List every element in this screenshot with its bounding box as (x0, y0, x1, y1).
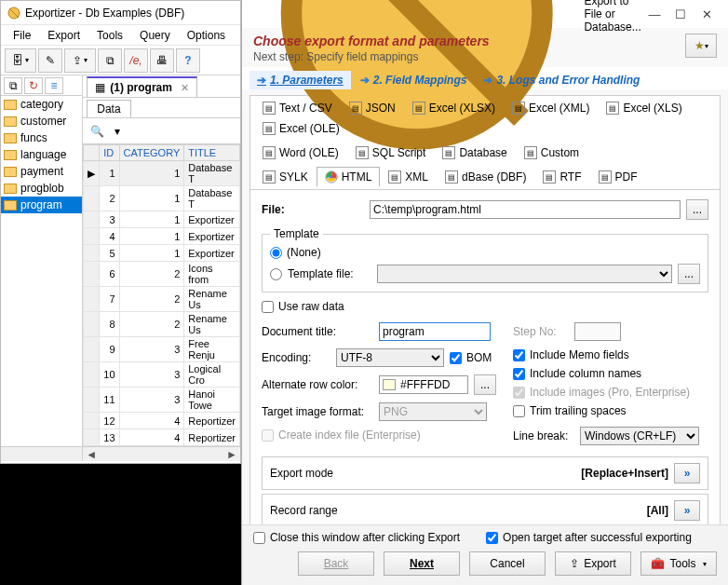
table-row[interactable]: ▶11Database T (84, 161, 240, 186)
table-row[interactable]: 31Exportizer (84, 211, 240, 228)
include-memo-checkbox[interactable] (513, 349, 525, 361)
linebreak-select[interactable]: Windows (CR+LF) (580, 427, 699, 445)
table-row[interactable]: 21Database T (84, 186, 240, 211)
sidebar-item-funcs[interactable]: funcs (1, 129, 82, 146)
tb-open[interactable]: 🗄▾ (5, 48, 36, 73)
format-tab-xml[interactable]: ▤XML (380, 167, 437, 187)
tb-export[interactable]: ⇪▾ (64, 48, 96, 73)
template-file-radio[interactable] (270, 268, 282, 280)
menu-export[interactable]: Export (39, 27, 88, 44)
altrow-browse-button[interactable]: ... (474, 374, 496, 395)
table-row[interactable]: 124Reportizer (84, 413, 240, 429)
table-row[interactable]: 51Exportizer (84, 245, 240, 262)
step-field-mappings[interactable]: ➔2. Field Mappings (353, 71, 475, 89)
sidebar-item-customer[interactable]: customer (1, 113, 82, 129)
table-row[interactable]: 41Exportizer (84, 228, 240, 245)
folder-icon (4, 116, 17, 127)
include-cols-checkbox[interactable] (513, 368, 525, 380)
format-tab-pdf[interactable]: ▤PDF (590, 167, 646, 187)
format-tab-xlsx[interactable]: ▤Excel (XLSX) (404, 98, 504, 118)
template-none-radio[interactable] (270, 247, 282, 259)
use-raw-checkbox[interactable] (262, 301, 274, 313)
scroll-left-icon[interactable]: ◄ (85, 448, 98, 461)
table-row[interactable]: 103Logical Cro (84, 362, 240, 388)
imgfmt-select[interactable]: PNG (379, 402, 487, 421)
bom-checkbox[interactable] (450, 352, 462, 364)
side-tab-list[interactable]: ≡ (45, 77, 63, 94)
tb-edit[interactable]: ✎ (38, 48, 62, 73)
sidebar-item-language[interactable]: language (1, 146, 82, 163)
data-subtab[interactable]: Data (87, 100, 130, 117)
tab-close-icon[interactable]: ✕ (181, 82, 189, 94)
open-after-checkbox[interactable] (486, 532, 498, 544)
table-row[interactable]: 82Rename Us (84, 312, 240, 337)
menu-file[interactable]: File (5, 27, 39, 44)
data-grid[interactable]: IDCATEGORYTITLE▶11Database T21Database T… (83, 144, 240, 461)
sidebar-item-program[interactable]: program (1, 197, 82, 213)
menu-tools[interactable]: Tools (88, 27, 131, 44)
next-button[interactable]: Next (384, 551, 460, 576)
nav-search[interactable]: 🔍 (87, 121, 107, 142)
stepno-label: Step No: (513, 325, 569, 338)
nav-dropdown[interactable]: ▾ (107, 121, 128, 142)
format-tab-custom[interactable]: ▤Custom (516, 143, 587, 163)
tb-copy[interactable]: ⧉ (98, 48, 122, 73)
export-mode-button[interactable]: » (674, 463, 700, 483)
minimize-button[interactable]: — (641, 1, 667, 27)
table-row[interactable]: 93Free Renju (84, 337, 240, 362)
table-row[interactable]: 72Rename Us (84, 287, 240, 312)
format-tab-xls[interactable]: ▤Excel (XLS) (598, 98, 690, 118)
table-row[interactable]: 113Hanoi Towe (84, 388, 240, 413)
menu-query[interactable]: Query (131, 27, 179, 44)
menu-options[interactable]: Options (179, 27, 234, 44)
format-tab-html[interactable]: HTML (317, 167, 381, 187)
template-browse-button[interactable]: ... (678, 264, 700, 284)
tools-button[interactable]: 🧰Tools▾ (640, 551, 717, 576)
tb-e[interactable]: /e, (124, 48, 148, 73)
grid-scrollbar[interactable]: ◄ ► (83, 446, 240, 461)
doc-title-input[interactable] (379, 322, 491, 341)
encoding-select[interactable]: UTF-8 (336, 348, 444, 367)
format-tab-sylk[interactable]: ▤SYLK (254, 167, 317, 187)
table-row[interactable]: 62Icons from (84, 262, 240, 287)
format-tab-xlsole[interactable]: ▤Excel (OLE) (254, 118, 348, 139)
side-tab-refresh[interactable]: ↻ (24, 77, 43, 94)
table-row[interactable]: 134Reportizer (84, 429, 240, 446)
sidebar-item-payment[interactable]: payment (1, 163, 82, 180)
format-tab-db[interactable]: ▤Database (434, 143, 515, 163)
file-browse-button[interactable]: ... (686, 199, 708, 220)
file-input[interactable] (370, 200, 681, 219)
step-parameters[interactable]: ➔1. Parameters (249, 71, 351, 89)
record-range-button[interactable]: » (674, 500, 700, 521)
tb-print[interactable]: 🖶 (150, 48, 174, 73)
scroll-right-icon[interactable]: ► (225, 448, 238, 461)
format-tab-rtf[interactable]: ▤RTF (534, 167, 589, 187)
format-tab-sql[interactable]: ▤SQL Script (347, 143, 435, 163)
grid-panel: ▦ (1) program ✕ Data 🔍 ▾ IDCATEGORYTITLE… (83, 75, 240, 461)
export-button[interactable]: ⇪Export (555, 551, 631, 576)
close-after-checkbox[interactable] (253, 532, 265, 544)
help-icon: ? (184, 54, 191, 67)
step2-label: 2. Field Mappings (373, 74, 467, 87)
format-tab-json[interactable]: ▤JSON (341, 98, 404, 118)
side-panel: ⧉ ↻ ≡ categorycustomerfuncslanguagepayme… (1, 75, 83, 461)
step1-label: 1. Parameters (270, 74, 344, 87)
trim-checkbox[interactable] (513, 405, 525, 417)
sidebar-item-progblob[interactable]: progblob (1, 180, 82, 197)
step-logs[interactable]: ➔3. Logs and Error Handling (476, 71, 647, 89)
format-tab-dbf[interactable]: ▤dBase (DBF) (437, 167, 534, 187)
format-tab-word[interactable]: ▤Word (OLE) (254, 143, 347, 163)
table-tab[interactable]: ▦ (1) program ✕ (87, 76, 197, 97)
tb-help[interactable]: ? (176, 48, 200, 73)
maximize-button[interactable]: ☐ (667, 1, 694, 27)
cancel-button[interactable]: Cancel (469, 551, 546, 576)
favorites-button[interactable]: ★▾ (685, 34, 717, 58)
format-tab-xlsxml[interactable]: ▤Excel (XML) (504, 98, 598, 118)
template-file-select[interactable] (377, 265, 672, 283)
close-button[interactable]: ✕ (694, 1, 721, 27)
export-icon: ⇪ (73, 54, 82, 67)
format-tab-csv[interactable]: ▤Text / CSV (254, 98, 341, 118)
sidebar-item-category[interactable]: category (1, 96, 82, 113)
color-swatch (383, 379, 396, 390)
side-tab-files[interactable]: ⧉ (4, 77, 22, 94)
